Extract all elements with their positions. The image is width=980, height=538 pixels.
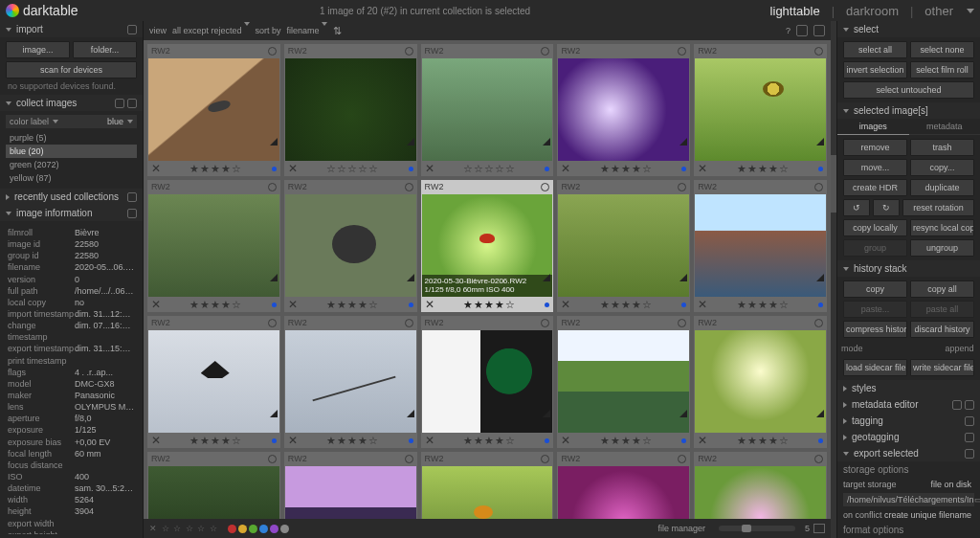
- module-head-recent[interactable]: recently used collections: [0, 189, 143, 205]
- target-storage-dropdown[interactable]: file on disk: [930, 480, 974, 489]
- color-swatch[interactable]: [280, 525, 289, 533]
- reject-icon[interactable]: ✕: [288, 434, 298, 447]
- copy-button[interactable]: copy...: [910, 159, 974, 176]
- thumbnail[interactable]: RW2✕★★★★☆: [694, 180, 827, 312]
- hist-paste-button[interactable]: paste...: [843, 301, 907, 318]
- thumbnail[interactable]: RW2✕☆☆☆☆☆: [284, 44, 417, 176]
- module-settings-icon[interactable]: [127, 192, 137, 202]
- duplicate-button[interactable]: duplicate: [910, 179, 974, 196]
- thumbnail[interactable]: RW2✕★★★★☆: [557, 44, 690, 176]
- collect-list-item[interactable]: green (2072): [6, 158, 137, 171]
- color-label-dot[interactable]: [272, 167, 277, 171]
- hist-copy-all-button[interactable]: copy all: [910, 280, 974, 298]
- tab-images[interactable]: images: [837, 119, 909, 135]
- zoom-slider[interactable]: [719, 526, 795, 531]
- thumbnail[interactable]: RW2✕★★★★☆: [694, 316, 827, 448]
- load-sidecar-button[interactable]: load sidecar file...: [843, 359, 907, 376]
- reject-icon[interactable]: ✕: [288, 162, 298, 175]
- select-all-button[interactable]: select all: [843, 41, 907, 58]
- export-path-input[interactable]: /home/nilvus/Téléchargements/In ▭: [843, 493, 974, 506]
- thumbnail[interactable]: RW2✕★★★★☆: [147, 44, 280, 176]
- reject-icon[interactable]: ✕: [425, 434, 434, 447]
- toolbar-filter-dropdown[interactable]: all except rejected: [172, 26, 250, 35]
- thumbnail[interactable]: RW2✕☆☆☆☆☆: [147, 452, 280, 519]
- reject-icon[interactable]: ✕: [425, 298, 434, 311]
- display-icon[interactable]: [813, 524, 825, 533]
- thumbnail[interactable]: RW2✕★★★★☆: [147, 180, 280, 312]
- toolbar-sort-dropdown[interactable]: filename: [287, 26, 327, 35]
- module-settings-icon[interactable]: [965, 433, 974, 442]
- rotate-cw-button[interactable]: ↻: [873, 199, 900, 216]
- module-settings-icon[interactable]: [127, 99, 137, 108]
- layout-mode-label[interactable]: file manager: [657, 524, 705, 533]
- thumbnail[interactable]: RW2✕★★★★☆: [147, 316, 280, 448]
- module-head-history[interactable]: history stack: [837, 260, 980, 277]
- reject-icon[interactable]: ✕: [151, 162, 161, 175]
- hist-paste-all-button[interactable]: paste all: [910, 301, 974, 318]
- reject-icon[interactable]: ✕: [561, 298, 570, 311]
- color-label-swatches[interactable]: [228, 525, 289, 533]
- color-label-dot[interactable]: [409, 167, 413, 171]
- collect-filter-dropdown[interactable]: color label blue: [6, 115, 137, 128]
- star-rating[interactable]: ★★★★☆: [436, 435, 544, 447]
- history-icon[interactable]: [115, 99, 124, 108]
- sort-direction-icon[interactable]: ⇅: [333, 25, 342, 37]
- color-swatch[interactable]: [270, 525, 278, 533]
- layout-icon[interactable]: [813, 25, 825, 36]
- module-head-image-info[interactable]: image information: [0, 205, 143, 221]
- collect-list-item[interactable]: blue (20): [6, 145, 137, 158]
- module-head-select[interactable]: select: [837, 21, 980, 37]
- resync-local-button[interactable]: resync local copy: [910, 219, 974, 236]
- thumbnail[interactable]: RW2✕☆☆☆☆☆: [694, 452, 827, 519]
- module-settings-icon[interactable]: [127, 25, 137, 34]
- star-rating[interactable]: ★★★★☆: [572, 163, 679, 175]
- module-reset-icon[interactable]: [965, 400, 974, 410]
- folder-icon[interactable]: ▭: [974, 495, 980, 504]
- reject-icon[interactable]: ✕: [425, 162, 434, 175]
- module-settings-icon[interactable]: [965, 449, 974, 459]
- module-head-import[interactable]: import: [0, 21, 143, 37]
- import-image-button[interactable]: image...: [6, 41, 70, 58]
- compress-history-button[interactable]: compress history: [843, 321, 907, 338]
- discard-history-button[interactable]: discard history: [910, 321, 974, 338]
- rotate-ccw-button[interactable]: ↺: [843, 199, 870, 216]
- reject-icon[interactable]: ✕: [151, 434, 161, 447]
- reject-icon[interactable]: ✕: [698, 298, 707, 311]
- star-rating[interactable]: ★★★★☆: [300, 435, 407, 447]
- reject-icon[interactable]: ✕: [561, 162, 570, 175]
- reject-icon[interactable]: ✕: [288, 298, 298, 311]
- gear-icon[interactable]: [796, 25, 808, 36]
- star-rating[interactable]: ★★★★☆: [709, 435, 816, 447]
- group-button[interactable]: group: [843, 239, 907, 257]
- module-head-selected-images[interactable]: selected image[s]: [837, 102, 980, 119]
- mode-lighttable[interactable]: lighttable: [767, 4, 824, 18]
- mode-other[interactable]: other: [921, 4, 957, 18]
- module-settings-icon[interactable]: [965, 416, 974, 426]
- ungroup-button[interactable]: ungroup: [910, 239, 974, 257]
- color-label-dot[interactable]: [409, 303, 413, 307]
- thumbnail[interactable]: RW2✕★★★★☆: [284, 316, 417, 448]
- module-settings-icon[interactable]: [952, 400, 962, 410]
- star-rating[interactable]: ★★★★☆: [163, 299, 270, 311]
- module-settings-icon[interactable]: [127, 209, 137, 218]
- reject-icon[interactable]: ✕: [698, 434, 707, 447]
- mode-darkroom[interactable]: darkroom: [842, 4, 902, 18]
- move-button[interactable]: move...: [843, 159, 907, 176]
- star-rating[interactable]: ★★★★☆: [163, 435, 270, 447]
- star-rating[interactable]: ★★★★☆: [709, 163, 816, 175]
- thumbnail[interactable]: RW2✕★★★★☆: [421, 316, 554, 448]
- color-label-dot[interactable]: [818, 167, 823, 171]
- color-label-dot[interactable]: [545, 303, 549, 307]
- hist-copy-button[interactable]: copy: [843, 280, 907, 298]
- color-label-dot[interactable]: [681, 303, 686, 307]
- thumbnail[interactable]: RW2✕☆☆☆☆☆: [421, 452, 554, 519]
- thumbnail[interactable]: RW2✕★★★★☆: [694, 44, 827, 176]
- color-swatch[interactable]: [249, 525, 257, 533]
- color-swatch[interactable]: [259, 525, 268, 533]
- star-rating[interactable]: ☆☆☆☆☆: [436, 163, 544, 175]
- select-none-button[interactable]: select none: [910, 41, 974, 58]
- thumbnail-grid[interactable]: RW2✕★★★★☆RW2✕☆☆☆☆☆RW2✕☆☆☆☆☆RW2✕★★★★☆RW2✕…: [144, 40, 831, 519]
- reject-icon[interactable]: ✕: [561, 434, 570, 447]
- invert-selection-button[interactable]: invert selection: [843, 61, 907, 78]
- reset-rotation-button[interactable]: reset rotation: [902, 199, 974, 216]
